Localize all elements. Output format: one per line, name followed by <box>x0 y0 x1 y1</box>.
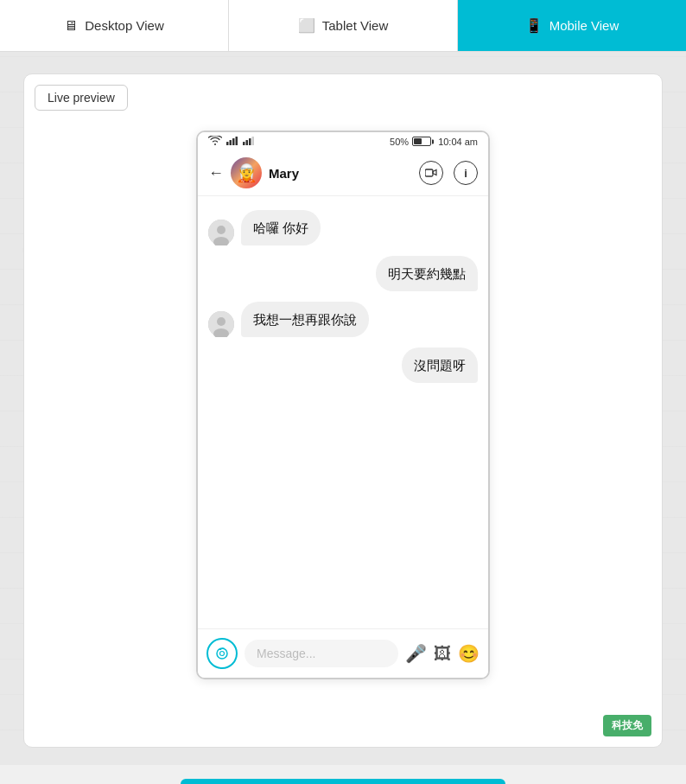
svg-rect-35 <box>236 137 238 145</box>
sticker-button[interactable]: 😊 <box>458 643 480 664</box>
download-button[interactable]: Download Instagram Message As Image ⬇ <box>181 779 505 784</box>
tablet-view-label: Tablet View <box>322 18 388 33</box>
received-avatar-1 <box>208 220 234 245</box>
contact-name: Mary <box>269 166 412 181</box>
svg-rect-32 <box>226 142 229 145</box>
message-bubble-3: 我想一想再跟你說 <box>241 302 369 337</box>
image-picker-button[interactable]: 🖼 <box>434 644 451 664</box>
time-display: 10:04 am <box>438 137 478 147</box>
avatar-emoji: 🧝 <box>236 163 257 183</box>
chat-input-bar: Message... 🎤 🖼 😊 <box>198 628 488 678</box>
svg-rect-33 <box>230 140 232 145</box>
message-input[interactable]: Message... <box>245 640 398 667</box>
info-button[interactable]: i <box>454 161 478 185</box>
contact-avatar: 🧝 <box>231 157 262 188</box>
preview-card: Live preview <box>23 73 663 748</box>
camera-button[interactable] <box>206 638 238 669</box>
mobile-view-button[interactable]: 📱 Mobile View <box>458 0 686 51</box>
signal-bars2-icon <box>243 136 255 147</box>
input-action-icons: 🎤 🖼 😊 <box>405 643 480 664</box>
svg-rect-37 <box>246 140 249 145</box>
svg-rect-39 <box>252 137 255 145</box>
view-toggle-bar: 🖥 Desktop View ⬜ Tablet View 📱 Mobile Vi… <box>0 0 686 52</box>
desktop-view-label: Desktop View <box>85 18 163 33</box>
message-row-4: 沒問題呀 <box>208 347 478 383</box>
signal-bars-icon <box>226 136 238 147</box>
svg-point-47 <box>217 648 227 659</box>
message-row-1: 哈囉 你好 <box>208 210 478 245</box>
live-preview-label: Live preview <box>35 85 128 111</box>
phone-mockup: 50% 10:04 am ← 🧝 Mary <box>196 131 490 679</box>
tablet-view-button[interactable]: ⬜ Tablet View <box>229 0 458 51</box>
svg-rect-38 <box>249 138 251 145</box>
mobile-icon: 📱 <box>525 17 543 34</box>
status-right-info: 50% 10:04 am <box>390 137 478 147</box>
main-preview-area: Live preview <box>0 52 686 765</box>
desktop-icon: 🖥 <box>64 18 78 34</box>
received-avatar-3 <box>208 311 234 337</box>
back-button[interactable]: ← <box>208 164 224 182</box>
message-row-3: 我想一想再跟你說 <box>208 302 478 337</box>
chat-messages-area: 哈囉 你好 明天要約幾點 <box>198 196 488 628</box>
status-bar: 50% 10:04 am <box>198 132 488 150</box>
message-text-2: 明天要約幾點 <box>388 266 466 281</box>
battery-percent-text: 50% <box>390 137 409 147</box>
svg-point-48 <box>220 652 225 656</box>
message-bubble-2: 明天要約幾點 <box>376 256 478 291</box>
header-action-icons: i <box>419 161 478 185</box>
microphone-button[interactable]: 🎤 <box>405 643 427 664</box>
info-icon: i <box>464 167 467 180</box>
message-text-1: 哈囉 你好 <box>253 220 308 235</box>
chat-header: ← 🧝 Mary i <box>198 150 488 196</box>
battery-icon <box>412 137 431 146</box>
video-call-button[interactable] <box>419 161 443 185</box>
message-placeholder: Message... <box>257 647 315 660</box>
svg-point-42 <box>217 226 225 234</box>
desktop-view-button[interactable]: 🖥 Desktop View <box>0 0 229 51</box>
phone-mockup-wrapper: 50% 10:04 am ← 🧝 Mary <box>37 131 649 679</box>
status-left-icons <box>208 136 255 147</box>
svg-rect-40 <box>425 169 433 176</box>
wifi-icon <box>208 136 222 147</box>
message-row-2: 明天要約幾點 <box>208 256 478 291</box>
download-bar: Download Instagram Message As Image ⬇ <box>0 765 686 784</box>
mobile-view-label: Mobile View <box>549 18 619 33</box>
message-text-3: 我想一想再跟你說 <box>253 312 357 327</box>
message-text-4: 沒問題呀 <box>414 358 466 373</box>
watermark-label: 科技免 <box>603 715 651 736</box>
message-bubble-1: 哈囉 你好 <box>241 210 321 245</box>
svg-rect-34 <box>232 138 235 145</box>
tablet-icon: ⬜ <box>298 17 315 34</box>
message-bubble-4: 沒問題呀 <box>402 347 478 383</box>
svg-point-45 <box>217 317 225 326</box>
svg-rect-36 <box>243 142 245 145</box>
